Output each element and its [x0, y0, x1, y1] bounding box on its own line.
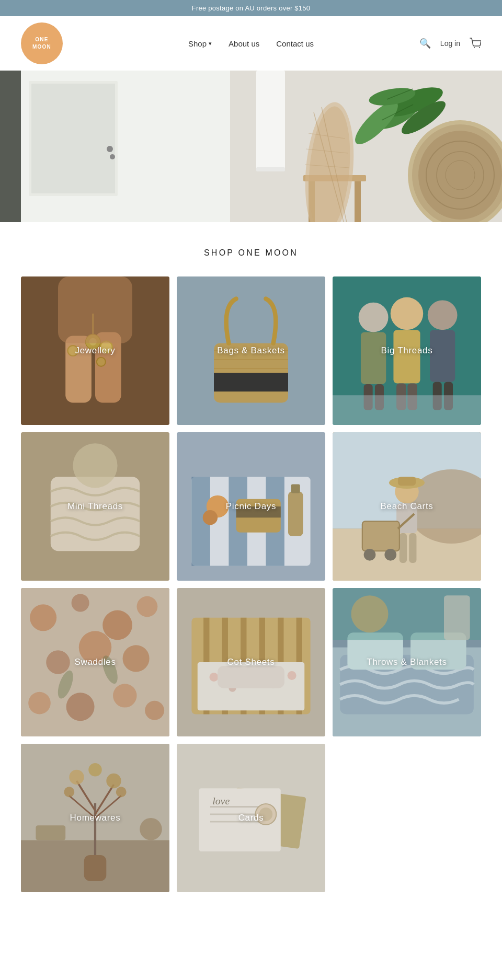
category-throws-label: Throws & Blankets	[333, 588, 481, 736]
category-cards[interactable]: love Cards	[177, 744, 325, 892]
category-throws[interactable]: Throws & Blankets	[333, 588, 481, 736]
header-actions: 🔍 Log in	[419, 38, 481, 50]
logo[interactable]: ONE MOON	[21, 22, 63, 64]
category-jewellery[interactable]: Jewellery	[21, 276, 169, 425]
login-link[interactable]: Log in	[440, 39, 460, 48]
category-cotsheets[interactable]: Cot Sheets	[177, 588, 325, 736]
announcement-text: Free postage on AU orders over $150	[192, 4, 311, 12]
category-cards-label: Cards	[177, 744, 325, 892]
header: ONE MOON Shop ▾ About us Contact us 🔍 Lo…	[0, 16, 502, 71]
search-icon[interactable]: 🔍	[419, 38, 431, 49]
shop-title: SHOP ONE MOON	[21, 248, 481, 258]
cart-link[interactable]	[470, 38, 481, 50]
announcement-bar: Free postage on AU orders over $150	[0, 0, 502, 16]
category-swaddles-label: Swaddles	[21, 588, 169, 736]
nav-contact[interactable]: Contact us	[276, 39, 314, 48]
category-beachcarts-label: Beach Carts	[333, 432, 481, 581]
svg-rect-11	[256, 167, 285, 171]
svg-point-7	[107, 146, 113, 152]
category-bags-label: Bags & Baskets	[177, 276, 325, 425]
nav-shop[interactable]: Shop ▾	[188, 39, 212, 48]
main-nav: Shop ▾ About us Contact us	[188, 39, 314, 48]
svg-point-0	[474, 47, 475, 48]
svg-rect-6	[31, 84, 115, 193]
category-minithreads[interactable]: Mini Threads	[21, 432, 169, 581]
svg-rect-3	[0, 71, 21, 222]
svg-rect-14	[355, 181, 361, 222]
category-picnic[interactable]: Picnic Days	[177, 432, 325, 581]
nav-about[interactable]: About us	[229, 39, 259, 48]
svg-point-24	[418, 131, 502, 220]
category-bags[interactable]: Bags & Baskets	[177, 276, 325, 425]
shop-section: SHOP ONE MOON Jewellery	[0, 222, 502, 908]
category-homewares[interactable]: Homewares	[21, 744, 169, 892]
category-jewellery-label: Jewellery	[21, 276, 169, 425]
logo-line2: MOON	[32, 43, 51, 51]
category-minithreads-label: Mini Threads	[21, 432, 169, 581]
svg-rect-10	[256, 71, 285, 170]
cart-icon	[470, 38, 481, 48]
category-picnic-label: Picnic Days	[177, 432, 325, 581]
hero-banner	[0, 71, 502, 222]
svg-point-8	[110, 154, 115, 159]
category-cotsheets-label: Cot Sheets	[177, 588, 325, 736]
logo-line1: ONE	[35, 36, 48, 43]
category-grid: Jewellery Bags & Baskets	[21, 276, 481, 892]
hero-background	[0, 71, 502, 222]
category-homewares-label: Homewares	[21, 744, 169, 892]
category-bigthreads[interactable]: Big Threads	[333, 276, 481, 425]
category-swaddles[interactable]: Swaddles	[21, 588, 169, 736]
chevron-down-icon: ▾	[209, 40, 212, 47]
category-bigthreads-label: Big Threads	[333, 276, 481, 425]
hero-illustration	[0, 71, 502, 222]
category-beachcarts[interactable]: Beach Carts	[333, 432, 481, 581]
svg-point-1	[479, 47, 480, 48]
